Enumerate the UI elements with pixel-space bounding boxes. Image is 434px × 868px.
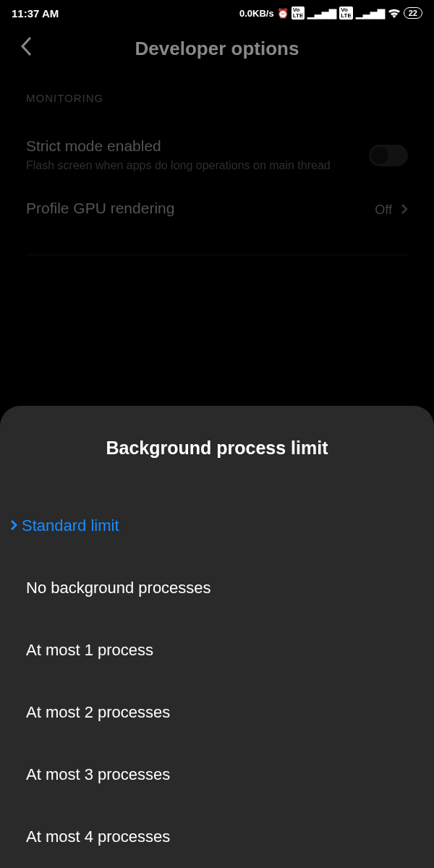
option-label: No background processes [26,579,211,597]
status-right: 0.0KB/s ⏰ VoLTE ▁▃▅▇ VoLTE ▁▃▅▇ 22 [239,7,422,20]
gpu-rendering-value: Off [375,203,392,218]
strict-mode-title: Strict mode enabled [26,137,369,155]
app-header: Developer options [0,26,434,75]
setting-gpu-rendering[interactable]: Profile GPU rendering Off [26,187,408,233]
option-4-processes[interactable]: At most 4 processes [0,806,434,868]
status-time: 11:37 AM [12,7,59,20]
chevron-right-icon [401,202,408,218]
option-no-background[interactable]: No background processes [0,557,434,619]
option-label: At most 4 processes [26,827,170,846]
option-label: At most 1 process [26,641,153,660]
data-rate: 0.0KB/s [239,8,274,19]
strict-mode-subtitle: Flash screen when apps do long operation… [26,158,369,174]
volte-icon-2: VoLTE [339,7,353,20]
back-button[interactable] [20,36,32,61]
gpu-rendering-title: Profile GPU rendering [26,200,375,217]
page-title: Developer options [14,38,420,60]
volte-icon-1: VoLTE [292,7,305,20]
signal-icon-2: ▁▃▅▇ [356,8,385,19]
status-bar: 11:37 AM 0.0KB/s ⏰ VoLTE ▁▃▅▇ VoLTE ▁▃▅▇… [0,0,434,26]
setting-strict-mode[interactable]: Strict mode enabled Flash screen when ap… [26,124,408,187]
settings-content: MONITORING Strict mode enabled Flash scr… [0,92,434,255]
sheet-title: Background process limit [0,438,434,459]
option-3-processes[interactable]: At most 3 processes [0,744,434,806]
option-label: Standard limit [22,516,119,535]
selected-chevron-icon [10,518,17,535]
option-standard-limit[interactable]: Standard limit [0,495,434,557]
option-1-process[interactable]: At most 1 process [0,619,434,681]
section-monitoring: MONITORING [26,92,408,104]
toggle-knob [371,147,388,164]
signal-icon-1: ▁▃▅▇ [307,8,336,19]
battery-icon: 22 [404,7,422,19]
bottom-sheet: Background process limit Standard limit … [0,406,434,868]
option-label: At most 3 processes [26,765,170,784]
option-2-processes[interactable]: At most 2 processes [0,681,434,744]
option-label: At most 2 processes [26,703,170,722]
wifi-icon [388,8,401,18]
divider [26,255,408,255]
strict-mode-toggle[interactable] [369,145,408,166]
alarm-icon: ⏰ [277,8,289,19]
